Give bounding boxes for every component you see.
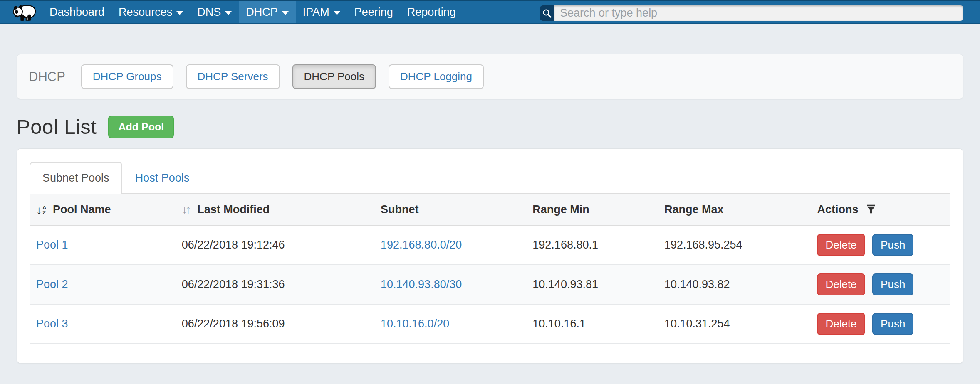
column-header-subnet[interactable]: Subnet	[374, 194, 526, 225]
dhcp-pools-button[interactable]: DHCP Pools	[292, 64, 376, 89]
nav-item-peering[interactable]: Peering	[347, 1, 400, 23]
chevron-down-icon	[334, 11, 340, 15]
nav-label: DHCP	[246, 6, 278, 19]
column-header-range-min[interactable]: Range Min	[526, 194, 658, 225]
nav-item-resources[interactable]: Resources	[111, 1, 190, 23]
top-navbar: Dashboard Resources DNS DHCP IPAM Peerin…	[0, 0, 980, 24]
pool-name-link[interactable]: Pool 3	[36, 318, 68, 330]
nav-label: DNS	[197, 6, 221, 19]
chevron-down-icon	[282, 11, 289, 15]
column-header-last-modified[interactable]: ↓↑ Last Modified	[175, 194, 374, 225]
nav-item-ipam[interactable]: IPAM	[296, 1, 347, 23]
range-min-cell: 10.140.93.81	[526, 265, 658, 304]
delete-button[interactable]: Delete	[817, 273, 865, 295]
range-max-cell: 10.140.93.82	[658, 265, 811, 304]
sort-alpha-desc-icon[interactable]: ↓AZ	[36, 205, 46, 216]
tab-host-pools[interactable]: Host Pools	[123, 163, 202, 193]
subnav-title: DHCP	[29, 69, 65, 84]
dhcp-servers-button[interactable]: DHCP Servers	[186, 64, 280, 89]
last-modified-cell: 06/22/2018 19:56:09	[175, 304, 374, 344]
page-title: Pool List	[17, 115, 97, 138]
column-header-range-max[interactable]: Range Max	[658, 194, 811, 225]
nav-item-dhcp[interactable]: DHCP	[239, 1, 296, 23]
panda-icon	[12, 2, 37, 22]
range-min-cell: 192.168.80.1	[526, 225, 658, 265]
table-row: Pool 1 06/22/2018 19:12:46 192.168.80.0/…	[30, 225, 950, 265]
delete-button[interactable]: Delete	[817, 313, 865, 335]
nav-item-dns[interactable]: DNS	[190, 1, 239, 23]
tab-subnet-pools[interactable]: Subnet Pools	[30, 162, 122, 194]
main-nav: Dashboard Resources DNS DHCP IPAM Peerin…	[42, 1, 463, 23]
range-min-cell: 10.10.16.1	[526, 304, 658, 344]
push-button[interactable]: Push	[872, 313, 913, 335]
dhcp-groups-button[interactable]: DHCP Groups	[81, 64, 173, 89]
chevron-down-icon	[176, 11, 183, 15]
column-header-pool-name[interactable]: ↓AZ Pool Name	[30, 194, 175, 225]
global-search	[540, 5, 963, 21]
pool-list-card: Subnet Pools Host Pools ↓AZ Pool Name ↓↑…	[17, 148, 963, 364]
delete-button[interactable]: Delete	[817, 234, 865, 256]
table-row: Pool 3 06/22/2018 19:56:09 10.10.16.0/20…	[30, 304, 950, 344]
subnet-link[interactable]: 10.140.93.80/30	[381, 278, 462, 290]
nav-label: Dashboard	[49, 6, 104, 19]
pool-name-link[interactable]: Pool 2	[36, 278, 68, 290]
nav-item-reporting[interactable]: Reporting	[400, 1, 463, 23]
nav-label: Reporting	[407, 6, 456, 19]
range-max-cell: 192.168.95.254	[658, 225, 811, 265]
sort-both-icon[interactable]: ↓↑	[182, 203, 189, 216]
pool-tabs: Subnet Pools Host Pools	[30, 162, 950, 194]
subnet-link[interactable]: 192.168.80.0/20	[381, 239, 462, 251]
dhcp-logging-button[interactable]: DHCP Logging	[389, 64, 484, 89]
range-max-cell: 10.10.31.254	[658, 304, 811, 344]
logo[interactable]	[0, 1, 42, 23]
dhcp-subnav-panel: DHCP DHCP Groups DHCP Servers DHCP Pools…	[17, 54, 963, 99]
table-row: Pool 2 06/22/2018 19:31:36 10.140.93.80/…	[30, 265, 950, 304]
search-icon[interactable]	[540, 5, 554, 21]
page-header: Pool List Add Pool	[17, 115, 963, 138]
subnet-link[interactable]: 10.10.16.0/20	[381, 318, 449, 330]
nav-label: IPAM	[303, 6, 329, 19]
table-header-row: ↓AZ Pool Name ↓↑ Last Modified Subnet Ra…	[30, 194, 950, 225]
last-modified-cell: 06/22/2018 19:12:46	[175, 225, 374, 265]
filter-icon[interactable]	[866, 204, 876, 214]
nav-item-dashboard[interactable]: Dashboard	[42, 1, 111, 23]
column-header-actions[interactable]: Actions	[810, 194, 950, 225]
search-input[interactable]	[554, 5, 963, 21]
pool-name-link[interactable]: Pool 1	[36, 239, 68, 251]
nav-label: Peering	[354, 6, 393, 19]
add-pool-button[interactable]: Add Pool	[108, 116, 174, 138]
push-button[interactable]: Push	[872, 234, 913, 256]
nav-label: Resources	[119, 6, 172, 19]
pool-table: ↓AZ Pool Name ↓↑ Last Modified Subnet Ra…	[30, 194, 950, 344]
push-button[interactable]: Push	[872, 273, 913, 295]
chevron-down-icon	[225, 11, 232, 15]
last-modified-cell: 06/22/2018 19:31:36	[175, 265, 374, 304]
